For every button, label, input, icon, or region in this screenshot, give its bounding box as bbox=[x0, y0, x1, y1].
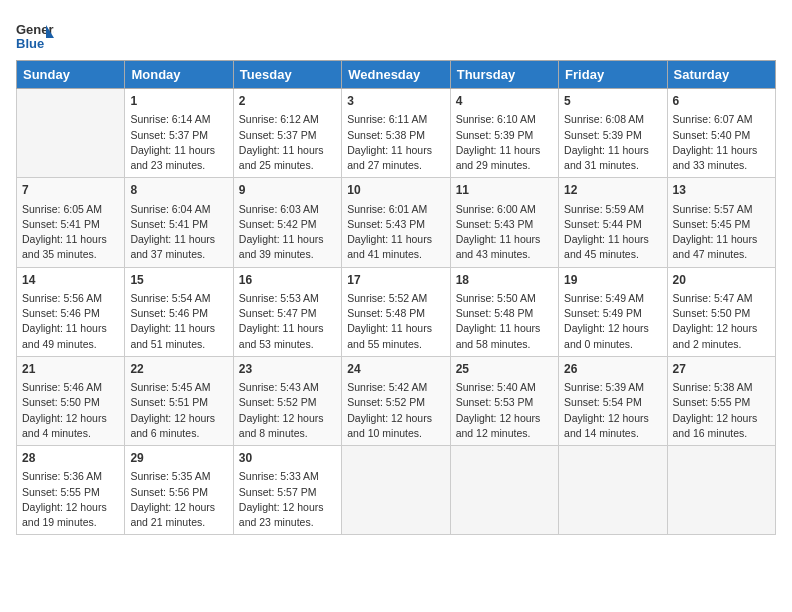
calendar-cell: 18Sunrise: 5:50 AM Sunset: 5:48 PM Dayli… bbox=[450, 267, 558, 356]
day-info: Sunrise: 5:40 AM Sunset: 5:53 PM Dayligh… bbox=[456, 380, 553, 441]
calendar-cell: 9Sunrise: 6:03 AM Sunset: 5:42 PM Daylig… bbox=[233, 178, 341, 267]
calendar-cell: 25Sunrise: 5:40 AM Sunset: 5:53 PM Dayli… bbox=[450, 356, 558, 445]
day-number: 20 bbox=[673, 272, 770, 289]
day-number: 25 bbox=[456, 361, 553, 378]
calendar-cell bbox=[450, 446, 558, 535]
day-info: Sunrise: 5:39 AM Sunset: 5:54 PM Dayligh… bbox=[564, 380, 661, 441]
calendar-cell: 14Sunrise: 5:56 AM Sunset: 5:46 PM Dayli… bbox=[17, 267, 125, 356]
day-number: 4 bbox=[456, 93, 553, 110]
calendar-cell bbox=[559, 446, 667, 535]
logo: General Blue bbox=[16, 20, 54, 52]
day-number: 12 bbox=[564, 182, 661, 199]
day-info: Sunrise: 6:14 AM Sunset: 5:37 PM Dayligh… bbox=[130, 112, 227, 173]
day-number: 29 bbox=[130, 450, 227, 467]
day-info: Sunrise: 6:10 AM Sunset: 5:39 PM Dayligh… bbox=[456, 112, 553, 173]
calendar-cell: 22Sunrise: 5:45 AM Sunset: 5:51 PM Dayli… bbox=[125, 356, 233, 445]
day-info: Sunrise: 5:42 AM Sunset: 5:52 PM Dayligh… bbox=[347, 380, 444, 441]
calendar-cell: 19Sunrise: 5:49 AM Sunset: 5:49 PM Dayli… bbox=[559, 267, 667, 356]
day-info: Sunrise: 5:49 AM Sunset: 5:49 PM Dayligh… bbox=[564, 291, 661, 352]
day-number: 26 bbox=[564, 361, 661, 378]
day-info: Sunrise: 6:12 AM Sunset: 5:37 PM Dayligh… bbox=[239, 112, 336, 173]
day-info: Sunrise: 5:54 AM Sunset: 5:46 PM Dayligh… bbox=[130, 291, 227, 352]
calendar-cell: 23Sunrise: 5:43 AM Sunset: 5:52 PM Dayli… bbox=[233, 356, 341, 445]
day-number: 23 bbox=[239, 361, 336, 378]
day-number: 8 bbox=[130, 182, 227, 199]
day-number: 7 bbox=[22, 182, 119, 199]
calendar-cell: 13Sunrise: 5:57 AM Sunset: 5:45 PM Dayli… bbox=[667, 178, 775, 267]
day-info: Sunrise: 5:46 AM Sunset: 5:50 PM Dayligh… bbox=[22, 380, 119, 441]
day-info: Sunrise: 5:50 AM Sunset: 5:48 PM Dayligh… bbox=[456, 291, 553, 352]
day-of-week-header: Wednesday bbox=[342, 61, 450, 89]
calendar-week-row: 7Sunrise: 6:05 AM Sunset: 5:41 PM Daylig… bbox=[17, 178, 776, 267]
calendar-cell: 29Sunrise: 5:35 AM Sunset: 5:56 PM Dayli… bbox=[125, 446, 233, 535]
day-number: 28 bbox=[22, 450, 119, 467]
day-of-week-header: Thursday bbox=[450, 61, 558, 89]
calendar-cell: 7Sunrise: 6:05 AM Sunset: 5:41 PM Daylig… bbox=[17, 178, 125, 267]
day-number: 5 bbox=[564, 93, 661, 110]
day-number: 15 bbox=[130, 272, 227, 289]
calendar-cell: 5Sunrise: 6:08 AM Sunset: 5:39 PM Daylig… bbox=[559, 89, 667, 178]
day-number: 14 bbox=[22, 272, 119, 289]
calendar-week-row: 1Sunrise: 6:14 AM Sunset: 5:37 PM Daylig… bbox=[17, 89, 776, 178]
day-number: 16 bbox=[239, 272, 336, 289]
day-of-week-header: Monday bbox=[125, 61, 233, 89]
day-number: 17 bbox=[347, 272, 444, 289]
calendar-cell: 27Sunrise: 5:38 AM Sunset: 5:55 PM Dayli… bbox=[667, 356, 775, 445]
day-of-week-header: Saturday bbox=[667, 61, 775, 89]
calendar-cell: 24Sunrise: 5:42 AM Sunset: 5:52 PM Dayli… bbox=[342, 356, 450, 445]
day-info: Sunrise: 5:47 AM Sunset: 5:50 PM Dayligh… bbox=[673, 291, 770, 352]
calendar-cell: 1Sunrise: 6:14 AM Sunset: 5:37 PM Daylig… bbox=[125, 89, 233, 178]
day-info: Sunrise: 5:45 AM Sunset: 5:51 PM Dayligh… bbox=[130, 380, 227, 441]
day-info: Sunrise: 5:43 AM Sunset: 5:52 PM Dayligh… bbox=[239, 380, 336, 441]
svg-text:Blue: Blue bbox=[16, 36, 44, 51]
day-number: 3 bbox=[347, 93, 444, 110]
day-info: Sunrise: 5:35 AM Sunset: 5:56 PM Dayligh… bbox=[130, 469, 227, 530]
calendar-cell bbox=[17, 89, 125, 178]
calendar-cell: 10Sunrise: 6:01 AM Sunset: 5:43 PM Dayli… bbox=[342, 178, 450, 267]
day-number: 27 bbox=[673, 361, 770, 378]
calendar-table: SundayMondayTuesdayWednesdayThursdayFrid… bbox=[16, 60, 776, 535]
calendar-cell: 6Sunrise: 6:07 AM Sunset: 5:40 PM Daylig… bbox=[667, 89, 775, 178]
calendar-cell: 11Sunrise: 6:00 AM Sunset: 5:43 PM Dayli… bbox=[450, 178, 558, 267]
day-info: Sunrise: 6:05 AM Sunset: 5:41 PM Dayligh… bbox=[22, 202, 119, 263]
day-number: 9 bbox=[239, 182, 336, 199]
calendar-cell: 28Sunrise: 5:36 AM Sunset: 5:55 PM Dayli… bbox=[17, 446, 125, 535]
calendar-cell: 16Sunrise: 5:53 AM Sunset: 5:47 PM Dayli… bbox=[233, 267, 341, 356]
day-number: 13 bbox=[673, 182, 770, 199]
day-number: 30 bbox=[239, 450, 336, 467]
calendar-week-row: 21Sunrise: 5:46 AM Sunset: 5:50 PM Dayli… bbox=[17, 356, 776, 445]
day-number: 2 bbox=[239, 93, 336, 110]
day-info: Sunrise: 6:03 AM Sunset: 5:42 PM Dayligh… bbox=[239, 202, 336, 263]
day-info: Sunrise: 5:33 AM Sunset: 5:57 PM Dayligh… bbox=[239, 469, 336, 530]
calendar-cell: 17Sunrise: 5:52 AM Sunset: 5:48 PM Dayli… bbox=[342, 267, 450, 356]
day-info: Sunrise: 5:57 AM Sunset: 5:45 PM Dayligh… bbox=[673, 202, 770, 263]
day-info: Sunrise: 6:11 AM Sunset: 5:38 PM Dayligh… bbox=[347, 112, 444, 173]
calendar-week-row: 14Sunrise: 5:56 AM Sunset: 5:46 PM Dayli… bbox=[17, 267, 776, 356]
day-info: Sunrise: 6:08 AM Sunset: 5:39 PM Dayligh… bbox=[564, 112, 661, 173]
calendar-cell: 21Sunrise: 5:46 AM Sunset: 5:50 PM Dayli… bbox=[17, 356, 125, 445]
day-number: 21 bbox=[22, 361, 119, 378]
calendar-cell: 15Sunrise: 5:54 AM Sunset: 5:46 PM Dayli… bbox=[125, 267, 233, 356]
calendar-body: 1Sunrise: 6:14 AM Sunset: 5:37 PM Daylig… bbox=[17, 89, 776, 535]
day-info: Sunrise: 6:04 AM Sunset: 5:41 PM Dayligh… bbox=[130, 202, 227, 263]
day-info: Sunrise: 5:53 AM Sunset: 5:47 PM Dayligh… bbox=[239, 291, 336, 352]
day-info: Sunrise: 6:07 AM Sunset: 5:40 PM Dayligh… bbox=[673, 112, 770, 173]
day-number: 6 bbox=[673, 93, 770, 110]
calendar-cell: 26Sunrise: 5:39 AM Sunset: 5:54 PM Dayli… bbox=[559, 356, 667, 445]
day-info: Sunrise: 5:59 AM Sunset: 5:44 PM Dayligh… bbox=[564, 202, 661, 263]
day-info: Sunrise: 6:00 AM Sunset: 5:43 PM Dayligh… bbox=[456, 202, 553, 263]
calendar-cell bbox=[667, 446, 775, 535]
day-number: 22 bbox=[130, 361, 227, 378]
header: General Blue bbox=[16, 16, 776, 52]
day-info: Sunrise: 5:56 AM Sunset: 5:46 PM Dayligh… bbox=[22, 291, 119, 352]
calendar-cell: 20Sunrise: 5:47 AM Sunset: 5:50 PM Dayli… bbox=[667, 267, 775, 356]
calendar-cell: 4Sunrise: 6:10 AM Sunset: 5:39 PM Daylig… bbox=[450, 89, 558, 178]
calendar-cell: 8Sunrise: 6:04 AM Sunset: 5:41 PM Daylig… bbox=[125, 178, 233, 267]
calendar-week-row: 28Sunrise: 5:36 AM Sunset: 5:55 PM Dayli… bbox=[17, 446, 776, 535]
calendar-cell: 30Sunrise: 5:33 AM Sunset: 5:57 PM Dayli… bbox=[233, 446, 341, 535]
day-number: 10 bbox=[347, 182, 444, 199]
logo-svg: General Blue bbox=[16, 20, 54, 52]
day-number: 19 bbox=[564, 272, 661, 289]
day-number: 18 bbox=[456, 272, 553, 289]
day-of-week-header: Friday bbox=[559, 61, 667, 89]
